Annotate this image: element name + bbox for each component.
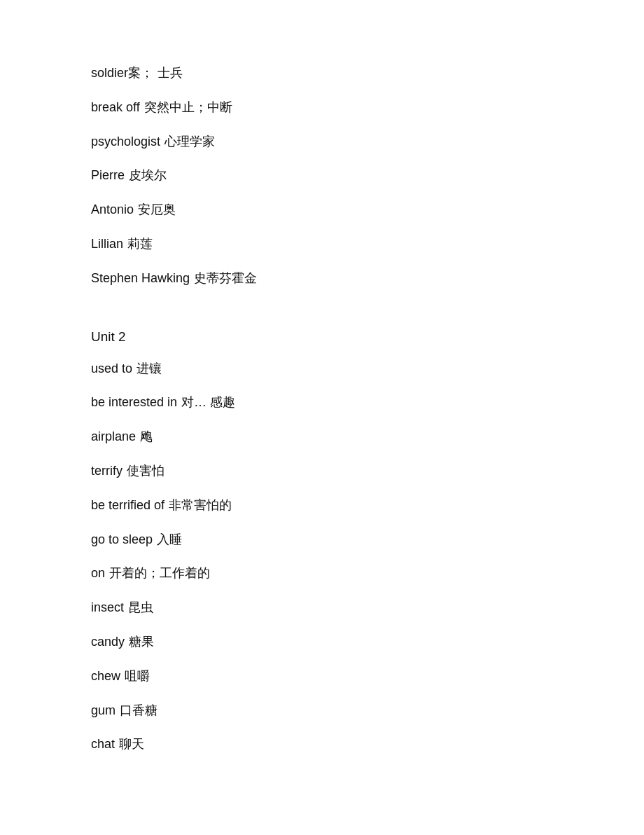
term-terrify: terrify xyxy=(91,461,122,481)
section2-title: Unit 2 xyxy=(91,329,126,344)
section-spacer xyxy=(91,296,553,310)
vocab-item-stephen: Stephen Hawking 史蒂芬霍金 xyxy=(91,261,553,296)
def-pierre: 皮埃尔 xyxy=(129,165,167,186)
def-go-to-sleep: 入睡 xyxy=(157,530,182,550)
def-on: 开着的；工作着的 xyxy=(109,563,210,584)
term-pierre: Pierre xyxy=(91,165,125,186)
term-airplane: airplane xyxy=(91,427,136,447)
vocab-item-on: on 开着的；工作着的 xyxy=(91,556,553,591)
vocab-item-antonio: Antonio 安厄奥 xyxy=(91,193,553,227)
def-psychologist: 心理学家 xyxy=(164,132,215,152)
def-chew: 咀嚼 xyxy=(125,666,150,686)
term-soldier: soldier案； xyxy=(91,63,153,83)
def-break-off: 突然中止；中断 xyxy=(144,97,232,118)
vocab-item-insect: insect 昆虫 xyxy=(91,591,553,625)
def-gum: 口香糖 xyxy=(120,701,158,721)
term-go-to-sleep: go to sleep xyxy=(91,530,153,550)
def-antonio: 安厄奥 xyxy=(138,200,176,220)
vocab-item-break-off: break off 突然中止；中断 xyxy=(91,90,553,125)
term-gum: gum xyxy=(91,701,115,721)
term-used-to: used to xyxy=(91,359,132,379)
def-airplane: 飑 xyxy=(140,427,153,447)
vocab-item-be-terrified: be terrified of 非常害怕的 xyxy=(91,488,553,523)
def-soldier: 士兵 xyxy=(158,63,183,83)
term-chat: chat xyxy=(91,734,115,754)
section2-header: Unit 2 xyxy=(91,310,553,352)
term-lillian: Lillian xyxy=(91,234,123,254)
def-be-interested: 对… 感趣 xyxy=(181,392,235,413)
term-candy: candy xyxy=(91,632,125,652)
def-insect: 昆虫 xyxy=(128,598,153,618)
def-stephen: 史蒂芬霍金 xyxy=(194,268,257,289)
vocab-item-candy: candy 糖果 xyxy=(91,625,553,659)
def-lillian: 莉莲 xyxy=(127,234,153,254)
vocab-item-be-interested: be interested in 对… 感趣 xyxy=(91,385,553,420)
vocab-item-chat: chat 聊天 xyxy=(91,727,553,761)
vocab-item-airplane: airplane 飑 xyxy=(91,420,553,454)
term-be-terrified: be terrified of xyxy=(91,495,164,516)
def-candy: 糖果 xyxy=(129,632,154,652)
vocab-item-soldier: soldier案； 士兵 xyxy=(91,56,553,90)
vocab-item-pierre: Pierre 皮埃尔 xyxy=(91,158,553,193)
vocab-item-gum: gum 口香糖 xyxy=(91,693,553,728)
vocab-item-psychologist: psychologist 心理学家 xyxy=(91,125,553,159)
term-antonio: Antonio xyxy=(91,200,134,220)
vocab-item-go-to-sleep: go to sleep 入睡 xyxy=(91,523,553,557)
vocab-item-terrify: terrify 使害怕 xyxy=(91,454,553,488)
term-psychologist: psychologist xyxy=(91,132,160,152)
def-used-to: 进镶 xyxy=(136,359,162,379)
def-terrify: 使害怕 xyxy=(127,461,164,481)
vocab-item-lillian: Lillian 莉莲 xyxy=(91,227,553,261)
term-chew: chew xyxy=(91,666,120,686)
def-be-terrified: 非常害怕的 xyxy=(169,495,232,516)
term-be-interested: be interested in xyxy=(91,392,177,413)
vocab-item-used-to: used to 进镶 xyxy=(91,352,553,386)
def-chat: 聊天 xyxy=(119,734,144,754)
term-insect: insect xyxy=(91,598,124,618)
vocabulary-list: soldier案； 士兵 break off 突然中止；中断 psycholog… xyxy=(91,56,553,761)
term-break-off: break off xyxy=(91,97,140,118)
vocab-item-chew: chew 咀嚼 xyxy=(91,659,553,693)
term-stephen: Stephen Hawking xyxy=(91,268,190,289)
term-on: on xyxy=(91,563,105,584)
